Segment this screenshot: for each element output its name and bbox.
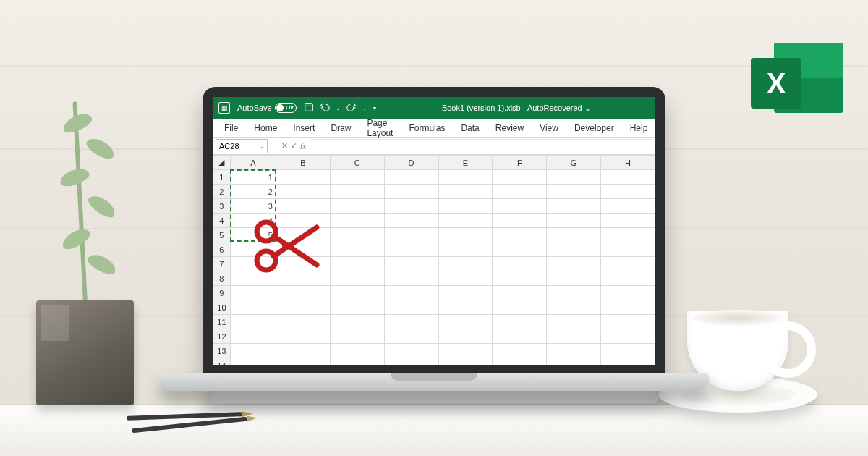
cell-F9[interactable] bbox=[493, 286, 547, 300]
column-header-H[interactable]: H bbox=[601, 156, 655, 170]
cell-C3[interactable] bbox=[330, 199, 384, 214]
tab-help[interactable]: Help bbox=[624, 121, 654, 135]
cell-G13[interactable] bbox=[547, 344, 601, 358]
row-header-3[interactable]: 3 bbox=[213, 199, 231, 214]
tab-file[interactable]: File bbox=[218, 121, 244, 135]
undo-icon[interactable] bbox=[320, 102, 330, 114]
cancel-icon[interactable]: ✕ bbox=[281, 141, 288, 151]
cell-E13[interactable] bbox=[438, 344, 493, 358]
spreadsheet-grid[interactable]: ◢ABCDEFGH11223344556789101112131415 bbox=[213, 155, 655, 365]
cell-H8[interactable] bbox=[601, 271, 655, 286]
column-header-E[interactable]: E bbox=[438, 156, 493, 170]
cell-D8[interactable] bbox=[384, 271, 438, 286]
cell-B7[interactable] bbox=[276, 257, 330, 271]
cell-E6[interactable] bbox=[438, 242, 493, 257]
tab-view[interactable]: View bbox=[534, 121, 564, 135]
cell-B1[interactable] bbox=[276, 170, 330, 185]
row-header-10[interactable]: 10 bbox=[213, 300, 231, 315]
redo-icon[interactable] bbox=[346, 102, 357, 114]
column-header-B[interactable]: B bbox=[276, 156, 330, 170]
cell-A1[interactable]: 1 bbox=[230, 170, 276, 185]
cell-F13[interactable] bbox=[493, 344, 547, 358]
cell-G12[interactable] bbox=[547, 329, 601, 344]
cell-A13[interactable] bbox=[230, 344, 276, 358]
row-header-8[interactable]: 8 bbox=[213, 271, 231, 286]
cell-E1[interactable] bbox=[438, 170, 493, 185]
column-header-F[interactable]: F bbox=[493, 156, 547, 170]
cell-E9[interactable] bbox=[438, 286, 493, 300]
cell-C1[interactable] bbox=[330, 170, 384, 185]
cell-B9[interactable] bbox=[276, 286, 330, 300]
undo-chevron-icon[interactable]: ⌄ bbox=[336, 105, 341, 111]
row-header-11[interactable]: 11 bbox=[213, 315, 231, 329]
cell-E7[interactable] bbox=[438, 257, 493, 271]
cell-D13[interactable] bbox=[384, 344, 438, 358]
cell-B2[interactable] bbox=[276, 185, 330, 199]
column-header-D[interactable]: D bbox=[384, 156, 438, 170]
cell-A11[interactable] bbox=[230, 315, 276, 329]
row-header-12[interactable]: 12 bbox=[213, 329, 231, 344]
column-header-C[interactable]: C bbox=[330, 156, 384, 170]
cell-F5[interactable] bbox=[493, 228, 547, 242]
cell-E11[interactable] bbox=[438, 315, 493, 329]
cell-F10[interactable] bbox=[493, 300, 547, 315]
cell-C12[interactable] bbox=[330, 329, 384, 344]
cell-F6[interactable] bbox=[493, 242, 547, 257]
cell-G5[interactable] bbox=[547, 228, 601, 242]
row-header-2[interactable]: 2 bbox=[213, 185, 231, 199]
cell-D6[interactable] bbox=[384, 242, 438, 257]
autosave-toggle[interactable]: AutoSave Off bbox=[237, 103, 297, 113]
cell-A4[interactable]: 4 bbox=[230, 214, 276, 228]
row-header-7[interactable]: 7 bbox=[213, 257, 231, 271]
cell-A3[interactable]: 3 bbox=[230, 199, 276, 214]
cell-C8[interactable] bbox=[330, 271, 384, 286]
cell-G9[interactable] bbox=[547, 286, 601, 300]
cell-H6[interactable] bbox=[601, 242, 655, 257]
cell-G14[interactable] bbox=[547, 358, 601, 366]
cell-C7[interactable] bbox=[330, 257, 384, 271]
cell-D10[interactable] bbox=[384, 300, 438, 315]
cell-A12[interactable] bbox=[230, 329, 276, 344]
tab-developer[interactable]: Developer bbox=[569, 121, 620, 135]
tab-page-layout[interactable]: Page Layout bbox=[361, 116, 399, 140]
cell-A9[interactable] bbox=[230, 286, 276, 300]
row-header-9[interactable]: 9 bbox=[213, 286, 231, 300]
cell-D9[interactable] bbox=[384, 286, 438, 300]
cell-D12[interactable] bbox=[384, 329, 438, 344]
column-header-A[interactable]: A bbox=[230, 156, 276, 170]
cell-E14[interactable] bbox=[438, 358, 493, 366]
cell-A8[interactable] bbox=[230, 271, 276, 286]
row-header-1[interactable]: 1 bbox=[213, 170, 231, 185]
cell-D1[interactable] bbox=[384, 170, 438, 185]
cell-E4[interactable] bbox=[438, 214, 493, 228]
row-header-5[interactable]: 5 bbox=[213, 228, 231, 242]
cell-H3[interactable] bbox=[601, 199, 655, 214]
cell-B3[interactable] bbox=[276, 199, 330, 214]
cell-H2[interactable] bbox=[601, 185, 655, 199]
cell-D2[interactable] bbox=[384, 185, 438, 199]
cell-G6[interactable] bbox=[547, 242, 601, 257]
cell-D5[interactable] bbox=[384, 228, 438, 242]
formula-input[interactable] bbox=[310, 139, 652, 153]
row-header-6[interactable]: 6 bbox=[213, 242, 231, 257]
cell-F8[interactable] bbox=[493, 271, 547, 286]
cell-D7[interactable] bbox=[384, 257, 438, 271]
tab-review[interactable]: Review bbox=[490, 121, 529, 135]
cell-F4[interactable] bbox=[493, 214, 547, 228]
save-icon[interactable] bbox=[304, 102, 314, 114]
cell-D14[interactable] bbox=[384, 358, 438, 366]
cell-H1[interactable] bbox=[601, 170, 655, 185]
cell-C5[interactable] bbox=[330, 228, 384, 242]
tab-insert[interactable]: Insert bbox=[287, 121, 320, 135]
cell-G2[interactable] bbox=[547, 185, 601, 199]
cell-D4[interactable] bbox=[384, 214, 438, 228]
enter-icon[interactable]: ✓ bbox=[291, 141, 297, 151]
cell-C11[interactable] bbox=[330, 315, 384, 329]
cell-B12[interactable] bbox=[276, 329, 330, 344]
cell-G3[interactable] bbox=[547, 199, 601, 214]
tab-draw[interactable]: Draw bbox=[325, 121, 357, 135]
cell-A5[interactable]: 5 bbox=[230, 228, 276, 242]
cell-B4[interactable] bbox=[276, 214, 330, 228]
cell-E12[interactable] bbox=[438, 329, 493, 344]
cell-H14[interactable] bbox=[601, 358, 655, 366]
